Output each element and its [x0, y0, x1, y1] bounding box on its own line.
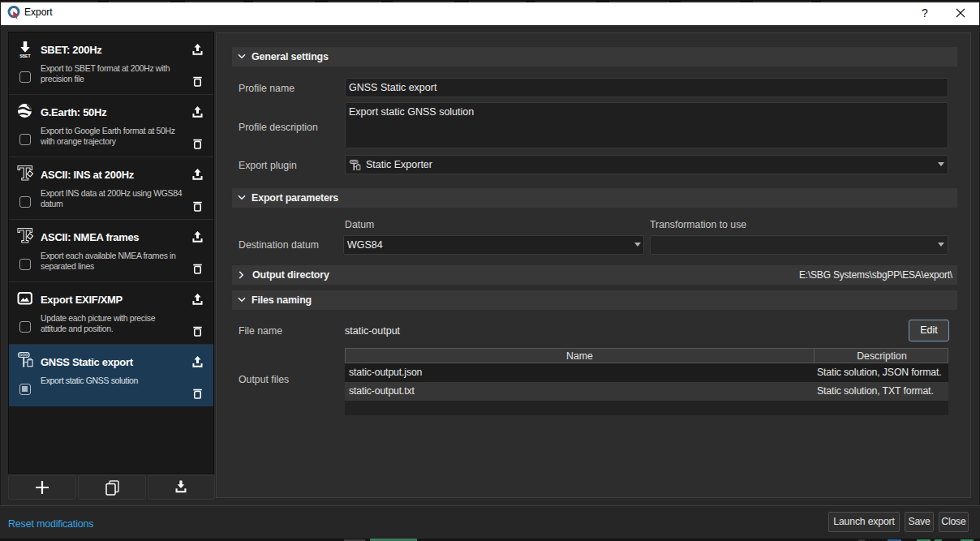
svg-text:SBET: SBET [19, 54, 30, 58]
